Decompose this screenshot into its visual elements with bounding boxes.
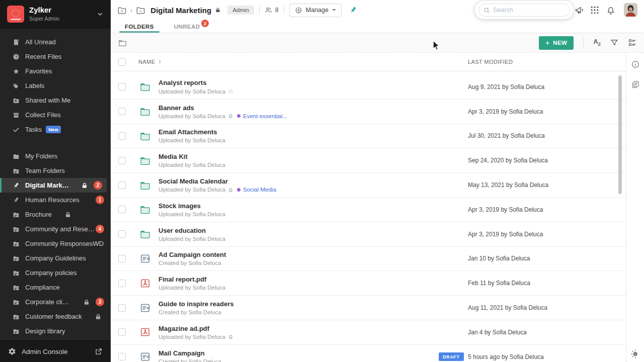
table-row-social-media-calendar[interactable]: Social Media CalendarUploaded by Sofia D…	[111, 173, 626, 198]
announcements-icon[interactable]	[575, 5, 585, 15]
table-row-stock-images[interactable]: Stock imagesUploaded by Sofia DelucaApr …	[111, 198, 626, 222]
theme-toggle-sun-icon[interactable]	[630, 349, 640, 359]
sidebar-item-corporate-clients[interactable]: Corporate clients3	[0, 295, 111, 309]
sidebar-item-company-policies[interactable]: Company policies	[0, 265, 111, 280]
tab-folders[interactable]: FOLDERS	[125, 20, 154, 33]
last-modified-value: 5 hours ago by Sofia Deluca	[468, 353, 544, 360]
last-modified-value: Apr 3, 2019 by Sofia Deluca	[468, 231, 543, 238]
sidebar-item-customer-feedback[interactable]: Customer feedback	[0, 309, 111, 324]
chevron-down-icon[interactable]	[97, 11, 104, 18]
file-label[interactable]: Event essential...	[237, 113, 287, 119]
row-checkbox[interactable]	[118, 280, 126, 287]
clock-icon	[13, 53, 20, 60]
notifications-bell-icon[interactable]	[606, 5, 616, 15]
admin-console-link[interactable]: Admin Console	[0, 340, 111, 362]
sidebar-item-recent-files[interactable]: Recent Files	[0, 49, 111, 64]
sidebar-item-favorites[interactable]: Favorites	[0, 64, 111, 78]
workspace-switcher[interactable]: Zylker Super Admin	[0, 0, 111, 28]
sidebar-item-digital-marketing[interactable]: Digital Marketing2	[0, 178, 107, 193]
view-switch-icon[interactable]	[628, 38, 637, 47]
sidebar-item-human-resources[interactable]: Human Resources1	[0, 193, 111, 207]
table-header: NAME ↑ LAST MODIFIED	[111, 53, 626, 71]
row-checkbox[interactable]	[118, 304, 126, 312]
sidebar-item-brochure[interactable]: Brochure	[0, 207, 111, 222]
table-row-final-report-pdf[interactable]: Final report.pdfUploaded by Sofia Deluca…	[111, 271, 626, 296]
apps-grid-icon[interactable]	[590, 5, 600, 15]
row-checkbox[interactable]	[118, 328, 126, 336]
sidebar-item-design-library[interactable]: Design library	[0, 324, 111, 338]
last-modified-value: Sep 24, 2020 by Sofia Deluca	[468, 157, 548, 164]
sidebar-item-tasks[interactable]: TasksNew	[0, 122, 111, 137]
row-checkbox[interactable]	[118, 182, 126, 189]
table-row-analyst-reports[interactable]: Analyst reportsUploaded by Sofia Deluca☆…	[111, 75, 626, 100]
sidebar-item-labels[interactable]: Labels	[0, 78, 111, 93]
info-icon[interactable]	[631, 60, 640, 69]
pin-icon[interactable]	[348, 5, 359, 16]
sidebar-item-community-and-research[interactable]: Community and Research4	[0, 222, 111, 236]
row-checkbox[interactable]	[118, 157, 126, 164]
new-button[interactable]: + NEW	[539, 36, 574, 50]
member-count[interactable]: 8	[265, 6, 279, 14]
table-row-guide-to-inspire-readers[interactable]: Guide to inspire readersCreated by Sofia…	[111, 296, 626, 320]
row-checkbox[interactable]	[118, 206, 126, 213]
filter-icon[interactable]	[610, 38, 619, 47]
file-name: Final report.pdf	[158, 276, 225, 283]
table-row-magazine-ad-pdf[interactable]: Magazine ad.pdfUploaded by Sofia DelucaJ…	[111, 320, 626, 345]
unread-count-badge: 1	[96, 196, 104, 204]
table-row-banner-ads[interactable]: Banner adsUploaded by Sofia DelucaEvent …	[111, 100, 626, 124]
folder-icon	[139, 130, 151, 142]
file-label[interactable]: Social Media	[237, 187, 276, 193]
column-last-modified[interactable]: LAST MODIFIED	[468, 59, 513, 65]
unread-count-badge: 2	[201, 20, 209, 27]
pdf-file-icon	[139, 278, 151, 289]
writer-document-icon	[139, 302, 151, 314]
scrollbar-thumb[interactable]	[618, 75, 622, 194]
sidebar-item-shared-with-me[interactable]: Shared with Me	[0, 93, 111, 108]
row-checkbox[interactable]	[118, 230, 126, 238]
file-subtitle: Uploaded by Sofia DelucaEvent essential.…	[158, 113, 287, 119]
folder-icon	[139, 155, 151, 166]
sidebar-item-collect-files[interactable]: Collect Files	[0, 108, 111, 122]
table-row-ad-campaign-content[interactable]: Ad Campaign contentCreated by Sofia Delu…	[111, 247, 626, 272]
row-checkbox[interactable]	[118, 353, 126, 360]
file-name: Social Media Calendar	[158, 177, 276, 185]
select-all-checkbox[interactable]	[118, 58, 126, 66]
team-folders-root-icon[interactable]	[117, 6, 127, 15]
check-icon	[13, 126, 20, 133]
favorite-star-icon[interactable]: ☆	[228, 88, 234, 95]
right-rail	[626, 53, 644, 362]
file-subtitle: Created by Sofia Deluca	[158, 309, 234, 315]
sidebar-item-community-responseswd[interactable]: Community ResponsesWD	[0, 236, 111, 251]
pin-icon	[13, 197, 20, 204]
row-checkbox[interactable]	[118, 83, 126, 90]
sidebar-item-compliance[interactable]: Compliance	[0, 280, 111, 295]
breadcrumb-separator: ›	[130, 7, 132, 14]
folder-icon	[139, 204, 151, 215]
sidebar-item-all-unread[interactable]: All Unread	[0, 35, 111, 49]
unread-count-badge: 3	[96, 298, 104, 306]
search-box[interactable]	[478, 4, 570, 17]
row-checkbox[interactable]	[118, 108, 126, 115]
search-input[interactable]	[493, 7, 565, 14]
tabs-bar: FOLDERS UNREAD 2	[111, 20, 644, 33]
last-modified-value: Aug 11, 2021 by Sofia Deluca	[468, 304, 547, 311]
brand-name: Zylker	[29, 6, 59, 15]
sidebar-item-company-guidelines[interactable]: Company Guidelines	[0, 251, 111, 265]
current-folder-icon[interactable]	[136, 6, 145, 15]
sort-az-icon[interactable]: AZ	[593, 39, 601, 47]
row-checkbox[interactable]	[118, 132, 126, 140]
table-row-email-attachments[interactable]: Email AttachmentsUploaded by Sofia Deluc…	[111, 124, 626, 149]
sidebar-item-team-folders[interactable]: Team Folders	[0, 163, 111, 178]
user-avatar[interactable]	[624, 3, 637, 17]
sidebar-item-my-folders[interactable]: My Folders	[0, 149, 111, 163]
row-checkbox[interactable]	[118, 255, 126, 262]
tab-unread[interactable]: UNREAD 2	[174, 20, 209, 33]
table-row-mail-campaign[interactable]: Mail CampaignCreated by Sofia DelucaDRAF…	[111, 345, 626, 362]
team-folder-icon	[13, 226, 20, 233]
clipboard-icon[interactable]	[631, 80, 640, 89]
manage-dropdown[interactable]: Manage	[289, 4, 342, 17]
table-row-user-education[interactable]: User educationUploaded by Sofia DelucaAp…	[111, 222, 626, 247]
column-name[interactable]: NAME ↑	[138, 58, 162, 65]
table-row-media-kit[interactable]: Media KitUploaded by Sofia DelucaSep 24,…	[111, 148, 626, 173]
last-modified-value: Jan 10 by Sofia Deluca	[468, 255, 530, 262]
